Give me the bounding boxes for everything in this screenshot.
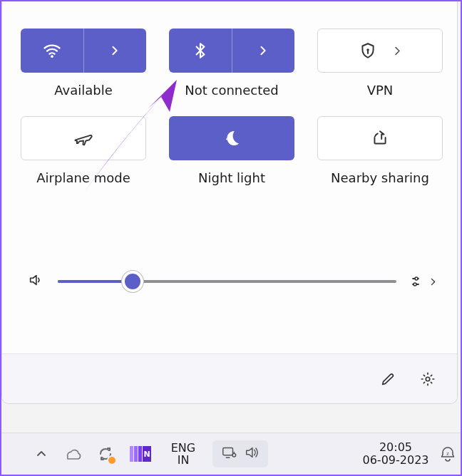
svg-text:z: z bbox=[446, 450, 449, 457]
taskbar-clock[interactable]: 20:05 06-09-2023 bbox=[356, 441, 435, 467]
nightlight-label: Night light bbox=[198, 170, 265, 185]
airplane-toggle[interactable] bbox=[21, 116, 146, 160]
wifi-toggle[interactable] bbox=[21, 29, 146, 73]
audio-output-button[interactable] bbox=[411, 274, 437, 289]
volume-row bbox=[28, 264, 437, 299]
onedrive-icon[interactable] bbox=[63, 447, 81, 460]
svg-point-10 bbox=[426, 377, 430, 381]
wifi-expand[interactable] bbox=[83, 29, 147, 73]
tray-overflow-chevron[interactable] bbox=[36, 448, 47, 460]
focus-assist-icon[interactable]: z bbox=[435, 445, 461, 462]
volume-icon[interactable] bbox=[28, 272, 43, 291]
vpn-shield-icon bbox=[359, 41, 377, 60]
edit-quick-settings-button[interactable] bbox=[371, 363, 404, 395]
network-monitor-icon bbox=[221, 445, 237, 463]
svg-point-5 bbox=[228, 135, 230, 137]
airplane-tile: Airplane mode bbox=[21, 116, 146, 185]
nightlight-toggle[interactable] bbox=[169, 116, 294, 160]
airplane-label: Airplane mode bbox=[36, 170, 130, 185]
quick-settings-footer bbox=[2, 353, 457, 403]
wifi-icon bbox=[21, 29, 83, 73]
svg-point-9 bbox=[414, 283, 416, 286]
language-secondary: IN bbox=[178, 454, 190, 466]
clock-date: 06-09-2023 bbox=[363, 454, 429, 467]
system-tray-network-volume[interactable] bbox=[212, 440, 268, 467]
svg-point-7 bbox=[230, 133, 232, 134]
bluetooth-toggle[interactable] bbox=[169, 29, 294, 73]
onenote-icon[interactable]: N bbox=[130, 446, 151, 462]
bluetooth-expand[interactable] bbox=[232, 29, 295, 73]
volume-tray-icon bbox=[244, 445, 260, 463]
airplane-icon bbox=[73, 128, 93, 148]
svg-point-6 bbox=[226, 138, 227, 140]
vpn-expand[interactable] bbox=[393, 42, 402, 59]
share-icon bbox=[371, 129, 389, 148]
vpn-label: VPN bbox=[367, 83, 394, 98]
nearby-toggle[interactable] bbox=[317, 116, 443, 160]
volume-thumb[interactable] bbox=[122, 271, 143, 292]
svg-point-8 bbox=[415, 277, 418, 280]
language-primary: ENG bbox=[171, 442, 195, 454]
quick-settings-panel: Available Not connected bbox=[1, 1, 458, 404]
nightlight-tile: Night light bbox=[169, 116, 294, 185]
volume-slider[interactable] bbox=[58, 280, 396, 283]
nearby-label: Nearby sharing bbox=[331, 170, 429, 185]
wifi-label: Available bbox=[54, 83, 112, 98]
settings-button[interactable] bbox=[411, 363, 444, 395]
nightlight-moon-icon bbox=[221, 128, 242, 149]
bluetooth-label: Not connected bbox=[185, 83, 279, 98]
bluetooth-tile: Not connected bbox=[169, 29, 294, 98]
svg-point-3 bbox=[51, 55, 53, 58]
wifi-tile: Available bbox=[21, 29, 146, 98]
taskbar: N ENG IN 20:05 06-09-2023 z bbox=[1, 433, 461, 475]
vpn-toggle[interactable] bbox=[317, 29, 443, 73]
bluetooth-icon bbox=[169, 29, 232, 73]
svg-rect-0 bbox=[223, 448, 233, 455]
language-switcher[interactable]: ENG IN bbox=[164, 442, 202, 466]
clock-time: 20:05 bbox=[379, 441, 412, 454]
nearby-tile: Nearby sharing bbox=[317, 116, 443, 185]
windows-update-icon[interactable] bbox=[97, 445, 114, 462]
vpn-tile: VPN bbox=[317, 29, 443, 98]
